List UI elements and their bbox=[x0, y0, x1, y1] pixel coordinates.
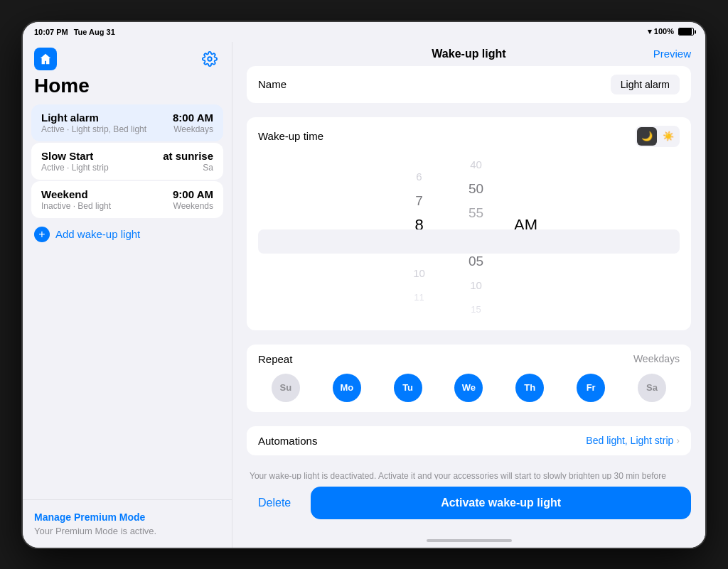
hour-item-3: 9 bbox=[391, 237, 448, 261]
alarm-name-1: Slow Start bbox=[41, 150, 109, 162]
dark-mode-button[interactable]: 🌙 bbox=[637, 127, 657, 146]
preview-button[interactable]: Preview bbox=[648, 48, 691, 60]
sun-icon: ☀️ bbox=[663, 131, 674, 141]
automations-value[interactable]: Bed light, Light strip bbox=[586, 435, 673, 446]
name-row: Name Light alarm bbox=[247, 66, 691, 103]
wifi-icon: ▾ 100% bbox=[648, 27, 674, 36]
hour-item-5: 11 bbox=[391, 286, 448, 310]
alarm-item-1[interactable]: Slow Start Active · Light strip at sunri… bbox=[31, 143, 223, 180]
alarm-days-1: Sa bbox=[163, 163, 213, 173]
theme-toggle[interactable]: 🌙 ☀️ bbox=[636, 126, 680, 147]
add-wakeup-light-button[interactable]: + Add wake-up light bbox=[23, 218, 232, 251]
alarm-item-2[interactable]: Weekend Inactive · Bed light 9:00 AM Wee… bbox=[31, 181, 223, 218]
detail-footer: Delete Activate wake-up light bbox=[232, 479, 705, 533]
info-text: Your wake-up light is deactivated. Activ… bbox=[247, 470, 691, 479]
alarm-item-0[interactable]: Light alarm Active · Light strip, Bed li… bbox=[31, 104, 223, 141]
alarm-time-1: at sunrise bbox=[163, 150, 213, 162]
wakeup-time-label: Wake-up time bbox=[258, 130, 323, 142]
sidebar-footer: Manage Premium Mode Your Premium Mode is… bbox=[23, 499, 232, 548]
add-circle-icon: + bbox=[34, 227, 50, 242]
repeat-section: Repeat Weekdays Su Mo Tu We Th Fr Sa bbox=[247, 345, 691, 412]
home-indicator bbox=[232, 533, 705, 548]
day-su[interactable]: Su bbox=[272, 374, 300, 402]
alarm-time-2: 9:00 AM bbox=[173, 188, 213, 200]
alarm-days-2: Weekends bbox=[173, 201, 213, 211]
day-tu[interactable]: Tu bbox=[394, 374, 422, 402]
light-mode-button[interactable]: ☀️ bbox=[658, 127, 678, 146]
automations-section: Automations Bed light, Light strip › bbox=[247, 426, 691, 455]
sidebar-title: Home bbox=[23, 73, 232, 104]
minute-item-2: 55 bbox=[448, 201, 505, 225]
alarm-time-0: 8:00 AM bbox=[173, 112, 213, 124]
day-mo[interactable]: Mo bbox=[333, 374, 361, 402]
gear-icon bbox=[202, 51, 218, 67]
home-icon-button[interactable] bbox=[34, 48, 57, 70]
minute-item-4: 05 bbox=[448, 249, 505, 273]
wakeup-time-section: Wake-up time 🌙 ☀️ bbox=[247, 117, 691, 330]
pm-item: PM bbox=[515, 237, 536, 261]
minute-column[interactable]: 40 50 55 00 05 10 15 bbox=[448, 153, 505, 322]
settings-gear-button[interactable] bbox=[199, 48, 220, 70]
hour-column[interactable]: 6 7 8 9 10 11 bbox=[391, 165, 448, 310]
alarm-name-2: Weekend bbox=[41, 188, 111, 200]
chevron-right-icon: › bbox=[676, 435, 680, 446]
repeat-label: Repeat bbox=[258, 353, 292, 365]
day-fr[interactable]: Fr bbox=[577, 374, 605, 402]
add-wakeup-label: Add wake-up light bbox=[55, 228, 140, 240]
minute-item-0: 40 bbox=[448, 153, 505, 177]
premium-sub-text: Your Premium Mode is active. bbox=[34, 526, 220, 536]
day-we[interactable]: We bbox=[454, 374, 483, 402]
alarm-sub-2: Inactive · Bed light bbox=[41, 201, 111, 211]
status-date: Tue Aug 31 bbox=[74, 28, 115, 36]
minute-item-6: 15 bbox=[448, 298, 505, 322]
day-sa[interactable]: Sa bbox=[638, 374, 666, 402]
status-time: 10:07 PM bbox=[34, 28, 68, 36]
alarm-days-0: Weekdays bbox=[173, 124, 213, 134]
alarm-name-0: Light alarm bbox=[41, 112, 146, 124]
detail-title: Wake-up light bbox=[289, 48, 648, 60]
name-value-button[interactable]: Light alarm bbox=[611, 75, 680, 94]
detail-header: Wake-up light Preview bbox=[232, 42, 705, 66]
am-item: AM bbox=[514, 213, 537, 237]
hour-item-0: 6 bbox=[391, 165, 448, 189]
minute-item-5: 10 bbox=[448, 273, 505, 298]
automations-label: Automations bbox=[258, 435, 317, 447]
battery-icon bbox=[678, 28, 694, 36]
detail-panel: Wake-up light Preview Name Light alarm W… bbox=[232, 42, 705, 548]
minute-item-1: 50 bbox=[448, 177, 505, 201]
alarm-sub-0: Active · Light strip, Bed light bbox=[41, 124, 146, 134]
detail-body: Name Light alarm Wake-up time 🌙 bbox=[232, 66, 705, 479]
name-label: Name bbox=[258, 78, 287, 90]
repeat-value: Weekdays bbox=[633, 353, 680, 364]
ampm-column[interactable]: AM PM bbox=[505, 213, 547, 261]
svg-point-0 bbox=[208, 57, 212, 61]
time-picker[interactable]: 6 7 8 9 10 11 40 50 55 bbox=[247, 153, 691, 330]
home-indicator-bar bbox=[427, 539, 512, 542]
status-bar: 10:07 PM Tue Aug 31 ▾ 100% bbox=[23, 22, 705, 42]
alarm-list: Light alarm Active · Light strip, Bed li… bbox=[23, 104, 232, 218]
hour-item-1: 7 bbox=[391, 189, 448, 213]
sidebar: Home Light alarm Active · Light strip, B… bbox=[23, 42, 232, 548]
moon-icon: 🌙 bbox=[641, 131, 653, 141]
day-th[interactable]: Th bbox=[515, 374, 544, 402]
days-row: Su Mo Tu We Th Fr Sa bbox=[247, 371, 691, 412]
home-icon bbox=[39, 53, 52, 65]
hour-item-selected: 8 bbox=[391, 213, 448, 237]
activate-button[interactable]: Activate wake-up light bbox=[311, 487, 691, 519]
sidebar-header bbox=[23, 42, 232, 73]
alarm-sub-1: Active · Light strip bbox=[41, 163, 109, 173]
manage-premium-button[interactable]: Manage Premium Mode bbox=[34, 511, 220, 523]
delete-button[interactable]: Delete bbox=[247, 488, 302, 518]
hour-item-4: 10 bbox=[391, 261, 448, 286]
minute-item-selected: 00 bbox=[448, 225, 505, 249]
